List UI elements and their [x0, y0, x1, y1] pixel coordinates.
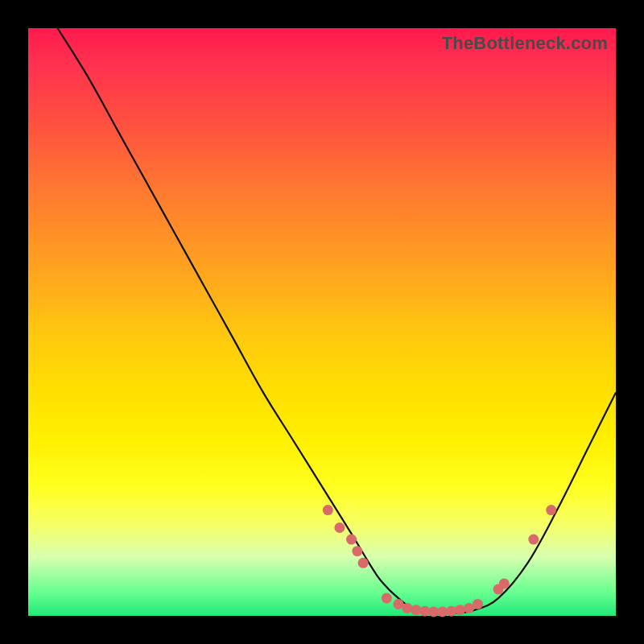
data-marker	[528, 535, 539, 545]
curve-markers	[323, 505, 556, 617]
chart-svg	[28, 28, 616, 616]
data-marker	[546, 505, 556, 515]
data-marker	[352, 546, 362, 556]
data-marker	[411, 605, 421, 615]
data-marker	[346, 535, 357, 545]
data-marker	[402, 603, 412, 613]
data-marker	[358, 558, 369, 568]
data-marker	[382, 593, 392, 604]
plot-area: TheBottleneck.com	[28, 28, 616, 616]
data-marker	[455, 605, 465, 615]
data-marker	[446, 606, 456, 617]
chart-frame: TheBottleneck.com	[0, 0, 644, 644]
data-marker	[334, 522, 345, 533]
data-marker	[473, 599, 483, 609]
data-marker	[499, 578, 510, 588]
data-marker	[323, 505, 333, 515]
